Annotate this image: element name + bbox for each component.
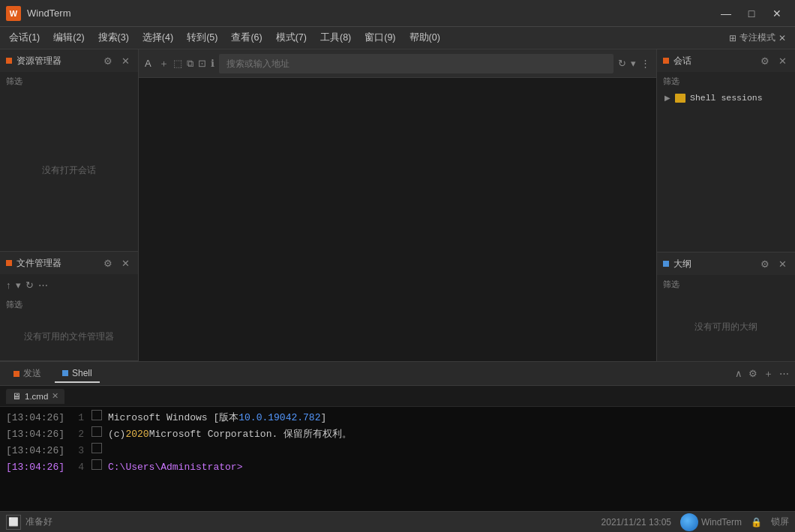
terminal-subtab: 🖥 1.cmd ✕ — [0, 386, 795, 407]
resource-panel-content: 没有打开会话 — [0, 90, 138, 251]
statusbar-lock-icon[interactable]: 🔒 — [751, 517, 762, 528]
file-panel-content: 没有可用的文件管理器 — [0, 313, 138, 360]
terminal-expand-icon[interactable]: ∧ — [735, 368, 742, 379]
menu-mode[interactable]: 模式(7) — [270, 29, 313, 46]
terminal-content[interactable]: [13:04:26] 1 Microsoft Windows [版本 10.0.… — [0, 407, 795, 511]
file-upload-icon[interactable]: ↑ — [6, 279, 11, 291]
menu-select[interactable]: 选择(4) — [136, 29, 179, 46]
term-text-1c: ] — [320, 410, 326, 426]
menu-help[interactable]: 帮助(0) — [404, 29, 446, 46]
split-icon[interactable]: ⧉ — [187, 58, 194, 70]
tab-shell-indicator — [62, 370, 68, 376]
file-panel-close-icon[interactable]: ✕ — [119, 257, 132, 270]
terminal-add-icon[interactable]: ＋ — [764, 367, 773, 381]
address-bar: A ＋ ⬚ ⧉ ⊡ ℹ ↻ ▾ ⋮ — [139, 49, 656, 78]
focus-mode-label: 专注模式 — [740, 31, 776, 44]
term-line-3: [13:04:26] 3 — [6, 443, 789, 459]
term-line-1: [13:04:26] 1 Microsoft Windows [版本 10.0.… — [6, 410, 789, 426]
term-checkbox-4 — [92, 459, 102, 470]
menu-search[interactable]: 搜索(3) — [92, 29, 135, 46]
term-linenum-1: 1 — [66, 410, 84, 426]
info-icon[interactable]: ℹ — [211, 58, 214, 69]
file-panel-settings-icon[interactable]: ⚙ — [101, 257, 115, 270]
close-button[interactable]: ✕ — [765, 3, 789, 24]
resource-panel: 资源管理器 ⚙ ✕ 筛选 没有打开会话 — [0, 49, 138, 252]
statusbar-datetime: 2021/11/21 13:05 — [602, 517, 671, 528]
sessions-panel-close-icon[interactable]: ✕ — [776, 55, 789, 67]
sessions-panel-header: 会话 ⚙ ✕ — [657, 49, 795, 72]
outline-panel-close-icon[interactable]: ✕ — [776, 258, 789, 270]
term-linenum-4: 4 — [66, 459, 84, 476]
sessions-panel-title: 会话 — [674, 55, 754, 67]
statusbar-windterm-label: WindTerm — [701, 517, 742, 528]
outline-panel: 大纲 ⚙ ✕ 筛选 没有可用的大纲 — [657, 253, 795, 361]
terminal-tabs: 发送 Shell ∧ ⚙ ＋ ⋯ — [0, 362, 795, 386]
menu-session[interactable]: 会话(1) — [3, 29, 46, 46]
term-text-1a: Microsoft Windows [版本 — [108, 410, 238, 426]
focus-mode-icon: ⊞ — [729, 33, 736, 43]
menu-tools[interactable]: 工具(8) — [314, 29, 357, 46]
menu-window[interactable]: 窗口(9) — [358, 29, 401, 46]
more-options-icon[interactable]: ⋮ — [640, 58, 650, 69]
terminal-status-icon[interactable]: ⬜ — [6, 515, 21, 530]
font-size-label: A — [145, 58, 152, 69]
terminal-more-icon[interactable]: ⋯ — [779, 368, 789, 379]
menu-edit[interactable]: 编辑(2) — [47, 29, 90, 46]
file-tab-cmd[interactable]: 🖥 1.cmd ✕ — [6, 389, 64, 404]
refresh-icon[interactable]: ↻ — [618, 58, 626, 69]
app-title: WindTerm — [27, 7, 714, 19]
session-name: Shell sessions — [690, 93, 763, 103]
add-tab-icon[interactable]: ＋ — [159, 57, 169, 70]
sessions-panel: 会话 ⚙ ✕ 筛选 ▶ Shell sessions — [657, 49, 795, 252]
resource-panel-settings-icon[interactable]: ⚙ — [101, 55, 115, 67]
maximize-button[interactable]: □ — [740, 3, 764, 24]
term-text-1b: 10.0.19042.782 — [238, 410, 320, 426]
focus-mode-button[interactable]: ⊞ 专注模式 ✕ — [723, 29, 792, 46]
minimize-button[interactable]: — — [714, 3, 738, 24]
terminal-settings-icon[interactable]: ⚙ — [748, 368, 758, 379]
file-panel-header: 文件管理器 ⚙ ✕ — [0, 252, 138, 274]
statusbar-ready: 准备好 — [26, 516, 52, 528]
menubar: 会话(1) 编辑(2) 搜索(3) 选择(4) 转到(5) 查看(6) 模式(7… — [0, 27, 795, 49]
sessions-panel-indicator — [663, 58, 669, 64]
term-linenum-3: 3 — [66, 443, 84, 459]
outline-panel-empty: 没有可用的大纲 — [694, 321, 758, 333]
tab-send[interactable]: 发送 — [6, 364, 49, 383]
outline-panel-content: 没有可用的大纲 — [657, 293, 795, 361]
dropdown-icon[interactable]: ▾ — [631, 58, 636, 69]
menu-goto[interactable]: 转到(5) — [181, 29, 224, 46]
resource-panel-filter: 筛选 — [0, 72, 138, 90]
file-panel-filter: 筛选 — [0, 295, 138, 313]
resource-panel-title: 资源管理器 — [16, 55, 97, 67]
file-more-icon[interactable]: ⋯ — [38, 279, 48, 291]
term-line-2: [13:04:26] 2 (c) 2020 Microsoft Corporat… — [6, 426, 789, 443]
resource-panel-close-icon[interactable]: ✕ — [119, 55, 132, 67]
file-panel-empty: 没有可用的文件管理器 — [24, 330, 114, 343]
statusbar-windterm: WindTerm — [680, 513, 742, 531]
window-controls: — □ ✕ — [714, 3, 789, 24]
main-content: 资源管理器 ⚙ ✕ 筛选 没有打开会话 文件管理器 ⚙ ✕ ↑ ▾ ↻ — [0, 49, 795, 361]
new-session-icon[interactable]: ⬚ — [173, 58, 182, 69]
file-refresh-icon[interactable]: ↻ — [26, 279, 34, 291]
terminal-area: 发送 Shell ∧ ⚙ ＋ ⋯ 🖥 1.cmd ✕ [13:04:26] 1 … — [0, 361, 795, 511]
sessions-panel-settings-icon[interactable]: ⚙ — [758, 55, 772, 67]
outline-panel-title: 大纲 — [674, 258, 754, 270]
address-input[interactable] — [219, 54, 614, 73]
tab-shell[interactable]: Shell — [55, 365, 100, 383]
tab-shell-label: Shell — [72, 368, 92, 378]
file-dropdown-icon[interactable]: ▾ — [16, 279, 21, 291]
file-panel-indicator — [6, 260, 12, 266]
term-checkbox-2 — [92, 426, 102, 437]
statusbar-lock-label: 锁屏 — [771, 516, 789, 528]
outline-panel-settings-icon[interactable]: ⚙ — [758, 258, 772, 270]
detach-icon[interactable]: ⊡ — [198, 58, 206, 69]
session-item-shell[interactable]: ▶ Shell sessions — [657, 90, 795, 106]
term-text-2a: (c) — [108, 426, 125, 443]
win7-logo-icon — [680, 513, 698, 531]
terminal-tab-controls: ∧ ⚙ ＋ ⋯ — [735, 367, 789, 381]
menu-view[interactable]: 查看(6) — [225, 29, 268, 46]
file-tab-name: 1.cmd — [25, 392, 48, 401]
session-folder-icon — [675, 94, 686, 103]
term-linenum-2: 2 — [66, 426, 84, 443]
file-tab-close-icon[interactable]: ✕ — [52, 391, 58, 401]
